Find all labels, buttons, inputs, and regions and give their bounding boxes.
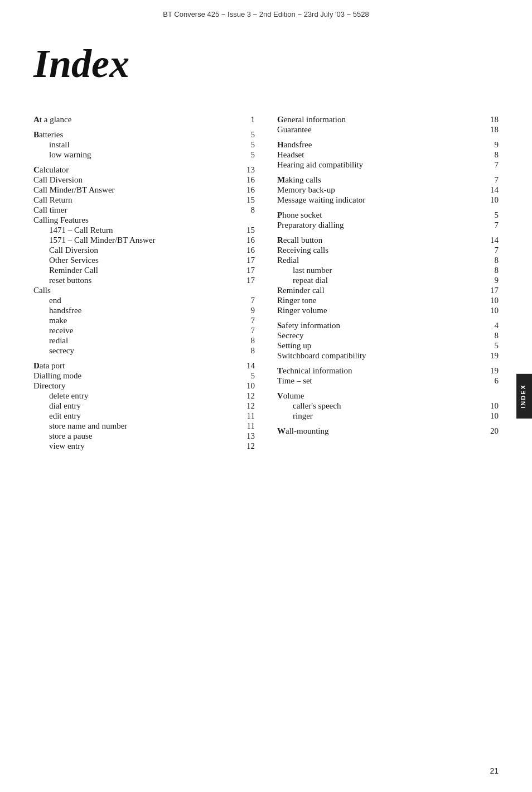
list-item: Reminder Call17 bbox=[33, 266, 255, 275]
list-item: Handsfree9 bbox=[277, 140, 499, 150]
list-item: Setting up5 bbox=[277, 341, 499, 351]
list-item: Dialling mode5 bbox=[33, 371, 255, 381]
list-item: Message waiting indicator10 bbox=[277, 195, 499, 205]
list-item: dial entry12 bbox=[33, 401, 255, 411]
list-item: Guarantee18 bbox=[277, 125, 499, 135]
list-item: Switchboard compatibility19 bbox=[277, 351, 499, 361]
list-item: Time – set6 bbox=[277, 376, 499, 386]
list-item: Making calls7 bbox=[277, 175, 499, 185]
list-item: Calls bbox=[33, 286, 255, 295]
list-item: ringer10 bbox=[277, 411, 499, 421]
list-item: 1471 – Call Return15 bbox=[33, 225, 255, 235]
list-item: low warning5 bbox=[33, 150, 255, 160]
right-column: General information18Guarantee18Handsfre… bbox=[277, 109, 499, 452]
list-item: Secrecy8 bbox=[277, 331, 499, 340]
list-item: General information18 bbox=[277, 115, 499, 124]
list-item: secrecy8 bbox=[33, 346, 255, 356]
header: BT Converse 425 ~ Issue 3 ~ 2nd Edition … bbox=[0, 0, 532, 24]
list-item: Call Return15 bbox=[33, 195, 255, 205]
list-item: handsfree9 bbox=[33, 306, 255, 315]
list-item: reset buttons17 bbox=[33, 276, 255, 285]
list-item: 1571 – Call Minder/BT Answer16 bbox=[33, 236, 255, 245]
list-item: caller's speech10 bbox=[277, 401, 499, 411]
list-item: At a glance1 bbox=[33, 115, 255, 124]
list-item: Technical information19 bbox=[277, 366, 499, 376]
list-item: Safety information4 bbox=[277, 321, 499, 330]
list-item: Other Services17 bbox=[33, 256, 255, 265]
page-number: 21 bbox=[490, 766, 499, 775]
list-item: Receiving calls7 bbox=[277, 246, 499, 255]
list-item: make7 bbox=[33, 316, 255, 325]
list-item: Hearing aid compatibility7 bbox=[277, 160, 499, 170]
list-item: Batteries5 bbox=[33, 130, 255, 140]
list-item: Calculator13 bbox=[33, 165, 255, 175]
list-item: Reminder call17 bbox=[277, 286, 499, 295]
list-item: Calling Features bbox=[33, 215, 255, 225]
left-column: At a glance1Batteries5install5low warnin… bbox=[33, 109, 255, 452]
list-item: install5 bbox=[33, 140, 255, 150]
list-item: Call Minder/BT Answer16 bbox=[33, 185, 255, 195]
list-item: Headset8 bbox=[277, 150, 499, 160]
list-item: Ringer tone10 bbox=[277, 296, 499, 305]
list-item: delete entry12 bbox=[33, 391, 255, 401]
list-item: redial8 bbox=[33, 336, 255, 345]
list-item: Memory back-up14 bbox=[277, 185, 499, 195]
list-item: Volume bbox=[277, 391, 499, 401]
list-item: Redial8 bbox=[277, 256, 499, 265]
page-title: Index bbox=[0, 24, 532, 109]
list-item: view entry12 bbox=[33, 441, 255, 451]
list-item: repeat dial9 bbox=[277, 276, 499, 285]
list-item: Call timer8 bbox=[33, 205, 255, 215]
side-tab: INDEX bbox=[516, 374, 532, 419]
list-item: receive7 bbox=[33, 326, 255, 335]
list-item: Call Diversion16 bbox=[33, 246, 255, 255]
list-item: Preparatory dialling7 bbox=[277, 220, 499, 230]
list-item: store name and number11 bbox=[33, 421, 255, 431]
list-item: edit entry11 bbox=[33, 411, 255, 421]
list-item: Ringer volume10 bbox=[277, 306, 499, 315]
list-item: Data port14 bbox=[33, 361, 255, 371]
list-item: end7 bbox=[33, 296, 255, 305]
list-item: Phone socket5 bbox=[277, 210, 499, 220]
list-item: Call Diversion16 bbox=[33, 175, 255, 185]
list-item: Recall button14 bbox=[277, 236, 499, 245]
list-item: store a pause13 bbox=[33, 431, 255, 441]
list-item: Directory10 bbox=[33, 381, 255, 391]
list-item: last number8 bbox=[277, 266, 499, 275]
list-item: Wall-mounting20 bbox=[277, 426, 499, 436]
